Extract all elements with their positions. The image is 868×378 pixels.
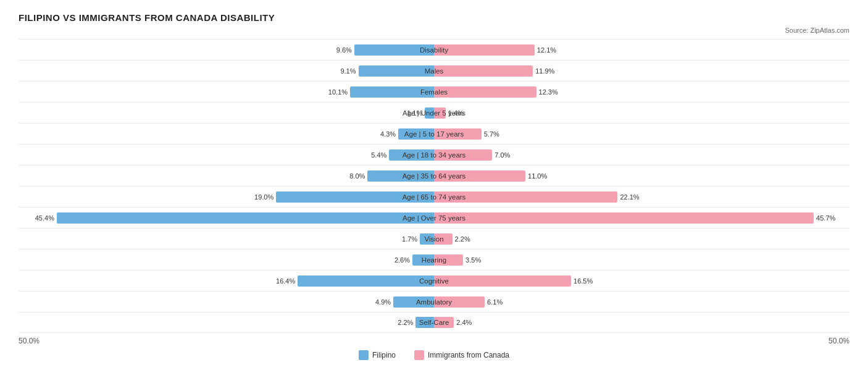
chart-row: 1.7% Vision 2.2% bbox=[19, 228, 849, 249]
val-canada: 12.1% bbox=[535, 46, 556, 54]
right-section: 12.3% bbox=[434, 82, 849, 102]
bar-filipino bbox=[425, 107, 434, 119]
val-filipino: 8.0% bbox=[349, 172, 367, 180]
bar-filipino bbox=[415, 317, 434, 328]
bar-filipino bbox=[350, 86, 434, 98]
bar-canada bbox=[434, 233, 453, 245]
bar-canada bbox=[434, 128, 482, 140]
val-filipino: 16.4% bbox=[276, 277, 298, 285]
val-filipino: 4.3% bbox=[380, 130, 398, 138]
chart-row: 1.1% Age | Under 5 years 1.4% bbox=[19, 102, 849, 123]
right-section: 22.1% bbox=[434, 187, 849, 207]
val-filipino: 1.7% bbox=[402, 235, 420, 243]
row-inner: 4.9% Ambulatory 6.1% bbox=[19, 292, 849, 312]
bar-filipino bbox=[389, 149, 434, 161]
bar-canada bbox=[434, 296, 485, 308]
row-inner: 9.6% Disability 12.1% bbox=[19, 40, 849, 60]
chart-row: 8.0% Age | 35 to 64 years 11.0% bbox=[19, 165, 849, 186]
bar-canada bbox=[434, 191, 617, 203]
legend-filipino-label: Filipino bbox=[372, 351, 396, 359]
row-inner: 1.1% Age | Under 5 years 1.4% bbox=[19, 103, 849, 123]
val-filipino: 5.4% bbox=[371, 151, 389, 159]
bar-canada bbox=[434, 254, 463, 266]
chart-row: 9.1% Males 11.9% bbox=[19, 60, 849, 81]
legend-canada-label: Immigrants from Canada bbox=[428, 351, 509, 359]
left-section: 9.6% bbox=[19, 40, 434, 60]
row-inner: 10.1% Females 12.3% bbox=[19, 82, 849, 102]
val-filipino: 2.2% bbox=[398, 319, 415, 326]
left-section: 9.1% bbox=[19, 61, 434, 81]
right-section: 11.9% bbox=[434, 61, 849, 81]
legend-filipino: Filipino bbox=[359, 350, 396, 360]
bar-filipino bbox=[354, 44, 434, 56]
val-canada: 22.1% bbox=[617, 193, 639, 201]
chart-row: 10.1% Females 12.3% bbox=[19, 81, 849, 102]
left-section: 2.6% bbox=[19, 250, 434, 270]
bar-filipino bbox=[359, 65, 434, 77]
chart-title: FILIPINO VS IMMIGRANTS FROM CANADA DISAB… bbox=[19, 12, 849, 23]
right-section: 2.4% bbox=[434, 313, 849, 332]
bar-filipino bbox=[57, 212, 434, 224]
bar-filipino bbox=[420, 233, 434, 245]
right-section: 45.7% bbox=[434, 208, 849, 228]
val-filipino: 45.4% bbox=[35, 214, 57, 222]
axis-left: 50.0% bbox=[19, 337, 434, 345]
right-section: 3.5% bbox=[434, 250, 849, 270]
bar-canada bbox=[434, 275, 571, 287]
right-section: 11.0% bbox=[434, 166, 849, 186]
row-inner: 5.4% Age | 18 to 34 years 7.0% bbox=[19, 145, 849, 165]
left-section: 4.3% bbox=[19, 124, 434, 144]
chart-row: 2.6% Hearing 3.5% bbox=[19, 249, 849, 270]
chart-row: 9.6% Disability 12.1% bbox=[19, 39, 849, 60]
bar-filipino bbox=[276, 191, 434, 203]
axis-row: 50.0% 50.0% bbox=[19, 337, 849, 345]
right-section: 6.1% bbox=[434, 292, 849, 312]
row-inner: 8.0% Age | 35 to 64 years 11.0% bbox=[19, 166, 849, 186]
val-filipino: 19.0% bbox=[254, 193, 276, 201]
bar-filipino bbox=[398, 128, 434, 140]
right-section: 1.4% bbox=[434, 103, 849, 123]
chart-row: 45.4% Age | Over 75 years 45.7% bbox=[19, 207, 849, 228]
left-section: 4.9% bbox=[19, 292, 434, 312]
left-section: 2.2% bbox=[19, 313, 434, 332]
row-inner: 2.6% Hearing 3.5% bbox=[19, 250, 849, 270]
bar-canada bbox=[434, 170, 525, 182]
right-section: 16.5% bbox=[434, 271, 849, 291]
val-filipino: 2.6% bbox=[394, 256, 412, 264]
row-inner: 4.3% Age | 5 to 17 years 5.7% bbox=[19, 124, 849, 144]
chart-area: 9.6% Disability 12.1% 9.1% Males 11.9% bbox=[19, 39, 849, 333]
left-section: 45.4% bbox=[19, 208, 434, 228]
row-inner: 45.4% Age | Over 75 years 45.7% bbox=[19, 208, 849, 228]
left-section: 16.4% bbox=[19, 271, 434, 291]
val-filipino: 4.9% bbox=[375, 298, 393, 306]
val-canada: 6.1% bbox=[485, 298, 503, 306]
bar-canada bbox=[434, 44, 535, 56]
val-canada: 2.2% bbox=[453, 235, 470, 243]
row-inner: 9.1% Males 11.9% bbox=[19, 61, 849, 81]
right-section: 12.1% bbox=[434, 40, 849, 60]
val-filipino: 9.6% bbox=[336, 46, 354, 54]
right-section: 2.2% bbox=[434, 229, 849, 249]
val-canada: 7.0% bbox=[492, 151, 510, 159]
bar-filipino bbox=[393, 296, 434, 308]
legend-canada: Immigrants from Canada bbox=[414, 350, 509, 360]
val-canada: 5.7% bbox=[482, 130, 499, 138]
source-label: Source: ZipAtlas.com bbox=[19, 27, 849, 34]
legend-canada-box bbox=[414, 350, 424, 360]
val-filipino: 9.1% bbox=[340, 67, 358, 75]
left-section: 1.1% bbox=[19, 103, 434, 123]
bar-filipino bbox=[367, 170, 434, 182]
chart-row: 4.9% Ambulatory 6.1% bbox=[19, 291, 849, 312]
val-canada: 11.0% bbox=[525, 172, 547, 180]
bar-canada bbox=[434, 317, 454, 328]
bar-canada bbox=[434, 86, 536, 98]
val-canada: 2.4% bbox=[454, 319, 472, 326]
row-inner: 1.7% Vision 2.2% bbox=[19, 229, 849, 249]
val-filipino: 1.1% bbox=[407, 109, 425, 117]
left-section: 19.0% bbox=[19, 187, 434, 207]
val-canada: 1.4% bbox=[446, 109, 464, 117]
axis-right: 50.0% bbox=[434, 337, 849, 345]
bar-canada bbox=[434, 149, 492, 161]
right-section: 7.0% bbox=[434, 145, 849, 165]
row-inner: 16.4% Cognitive 16.5% bbox=[19, 271, 849, 291]
